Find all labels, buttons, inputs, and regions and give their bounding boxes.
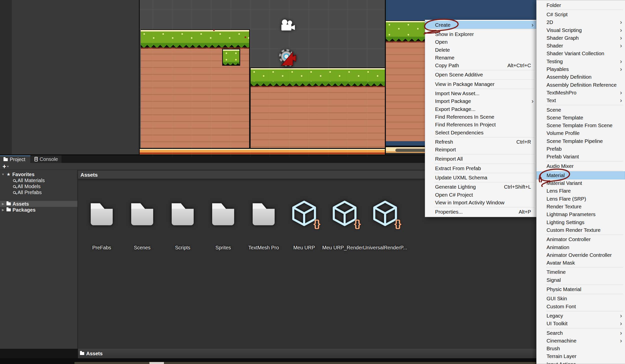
asset-item[interactable]: {} Meu URP_Render... xyxy=(324,193,365,258)
tree-item-root[interactable]: ▶ Assets xyxy=(0,201,77,207)
menu-item[interactable]: Playables › xyxy=(537,65,625,73)
asset-item[interactable]: {} Meu URP xyxy=(284,193,324,258)
menu-item[interactable]: Rename xyxy=(425,54,537,61)
asset-label: Scenes xyxy=(134,245,151,251)
menu-item[interactable]: Select Dependencies xyxy=(425,129,537,136)
menu-item[interactable]: 2D › xyxy=(537,18,625,26)
horizontal-scrollbar[interactable] xyxy=(395,149,427,152)
menu-item[interactable]: Find References In Project xyxy=(425,121,537,129)
menu-item[interactable]: View in Import Activity Window xyxy=(425,199,537,206)
menu-item[interactable]: Legacy › xyxy=(537,312,625,320)
camera-gizmo-icon[interactable] xyxy=(280,19,296,33)
scene-view[interactable] xyxy=(139,0,385,157)
tab-console[interactable]: Console xyxy=(31,155,61,163)
menu-item[interactable]: Scene xyxy=(537,106,625,114)
tree-item-search[interactable]: All Models xyxy=(0,183,77,189)
menu-item[interactable]: Reimport All xyxy=(425,155,537,163)
menu-item[interactable]: Shader › xyxy=(537,42,625,49)
menu-item[interactable]: Custom Render Texture xyxy=(537,226,625,234)
menu-item[interactable]: Animator Controller xyxy=(537,236,625,243)
tree-item-favorites[interactable]: ▼ ★ Favorites xyxy=(0,171,77,177)
tab-project[interactable]: Project xyxy=(0,155,30,163)
tree-item-root[interactable]: ▶ Packages xyxy=(0,207,77,213)
menu-item[interactable]: Reimport xyxy=(425,146,537,153)
menu-item[interactable]: Open Scene Additive xyxy=(425,71,537,79)
menu-item[interactable]: Prefab Variant xyxy=(537,153,625,161)
menu-item[interactable]: Assembly Definition Reference xyxy=(537,81,625,89)
menu-item[interactable]: Custom Font xyxy=(537,303,625,310)
menu-item[interactable]: Prefab xyxy=(537,145,625,153)
chevron-expanded-icon[interactable]: ▼ xyxy=(1,173,5,176)
menu-item[interactable]: Avatar Mask xyxy=(537,259,625,267)
tree-item-search[interactable]: All Prefabs xyxy=(0,189,77,195)
menu-item[interactable]: Scene Template xyxy=(537,114,625,121)
menu-item[interactable]: Visual Scripting › xyxy=(537,26,625,34)
menu-item[interactable]: Volume Profile xyxy=(537,129,625,137)
menu-item[interactable]: Lens Flare xyxy=(537,187,625,195)
menu-item[interactable]: Open xyxy=(425,38,537,46)
asset-item[interactable]: Scripts xyxy=(162,193,203,258)
menu-item-shortcut: Alt+P xyxy=(519,209,534,215)
menu-item[interactable]: Text › xyxy=(537,97,625,104)
tree-item-search[interactable]: All Materials xyxy=(0,177,77,183)
asset-item[interactable]: PreFabs xyxy=(81,193,122,258)
menu-item[interactable]: Timeline xyxy=(537,268,625,276)
menu-item[interactable]: Terrain Layer xyxy=(537,353,625,360)
menu-item[interactable]: Input Actions xyxy=(537,360,625,364)
menu-item[interactable]: Shader Variant Collection xyxy=(537,50,625,57)
menu-item[interactable]: Signal xyxy=(537,276,625,284)
menu-item[interactable]: Cinemachine › xyxy=(537,337,625,345)
menu-item[interactable]: TextMeshPro › xyxy=(537,89,625,96)
menu-separator xyxy=(435,182,535,182)
menu-item[interactable]: Import New Asset... xyxy=(425,89,537,97)
menu-item[interactable]: Create › xyxy=(425,21,537,29)
menu-item[interactable]: Delete xyxy=(425,46,537,54)
menu-item[interactable]: Testing › xyxy=(537,57,625,65)
menu-item[interactable]: Scene Template From Scene xyxy=(537,121,625,129)
menu-item[interactable]: Export Package... xyxy=(425,105,537,113)
menu-item[interactable]: Folder xyxy=(537,1,625,9)
menu-item[interactable]: Lighting Settings xyxy=(537,218,625,226)
menu-item[interactable]: Generate Lighting Ctrl+Shift+L xyxy=(425,183,537,191)
menu-item[interactable]: Animation xyxy=(537,243,625,251)
menu-item[interactable]: UI Toolkit › xyxy=(537,320,625,328)
menu-item[interactable]: Show in Explorer xyxy=(425,30,537,38)
chevron-collapsed-icon[interactable]: ▶ xyxy=(1,208,5,212)
player-object-gizmo[interactable] xyxy=(278,48,298,68)
menu-item[interactable]: Copy Path Alt+Ctrl+C xyxy=(425,61,537,69)
menu-item[interactable]: Audio Mixer xyxy=(537,162,625,170)
menu-item[interactable]: Animator Override Controller xyxy=(537,251,625,259)
menu-item[interactable]: Import Package › xyxy=(425,97,537,105)
menu-item[interactable]: View in Package Manager xyxy=(425,80,537,88)
menu-item[interactable]: Brush xyxy=(537,345,625,352)
asset-item[interactable]: Sprites xyxy=(203,193,243,258)
menu-item[interactable]: Search › xyxy=(537,329,625,337)
menu-item[interactable]: Material Variant xyxy=(537,179,625,187)
add-asset-button[interactable]: + xyxy=(2,164,6,169)
asset-item[interactable]: {} UniversalRenderP... xyxy=(365,193,405,258)
menu-item[interactable]: Find References In Scene xyxy=(425,113,537,121)
menu-item[interactable]: Material xyxy=(537,171,625,179)
menu-item[interactable]: Lightmap Parameters xyxy=(537,211,625,218)
menu-item[interactable]: Physic Material xyxy=(537,285,625,293)
taskbar-button[interactable] xyxy=(149,362,164,364)
menu-item[interactable]: Update UXML Schema xyxy=(425,174,537,181)
asset-item[interactable]: Scenes xyxy=(122,193,162,258)
menu-item[interactable]: Refresh Ctrl+R xyxy=(425,138,537,146)
menu-item[interactable]: Shader Graph › xyxy=(537,34,625,42)
menu-item[interactable]: Scene Template Pipeline xyxy=(537,137,625,145)
menu-item[interactable]: C# Script xyxy=(537,10,625,18)
menu-item[interactable]: Render Texture xyxy=(537,203,625,210)
project-tree: ▼ ★ Favorites All Materials All Models A… xyxy=(0,170,77,349)
chevron-collapsed-icon[interactable]: ▶ xyxy=(1,202,5,206)
menu-item-label: C# Script xyxy=(547,11,568,17)
menu-item[interactable]: Lens Flare (SRP) xyxy=(537,195,625,203)
menu-item[interactable]: Properties... Alt+P xyxy=(425,208,537,216)
menu-item-label: Playables xyxy=(547,66,569,72)
menu-item[interactable]: Open C# Project xyxy=(425,191,537,199)
asset-item[interactable]: TextMesh Pro xyxy=(243,193,284,258)
chevron-down-icon[interactable]: ▾ xyxy=(7,165,9,168)
menu-item[interactable]: GUI Skin xyxy=(537,295,625,303)
menu-item[interactable]: Assembly Definition xyxy=(537,73,625,81)
menu-item[interactable]: Extract From Prefab xyxy=(425,164,537,172)
